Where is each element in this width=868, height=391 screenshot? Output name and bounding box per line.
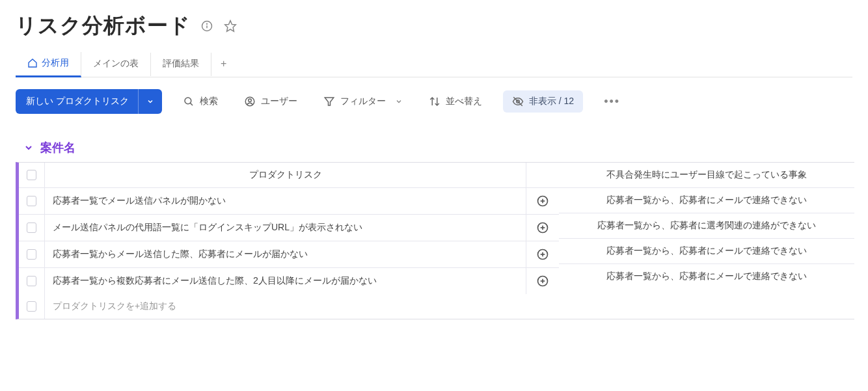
- toolbar: 新しい プロダクトリスク 検索 ユーザー フィルター: [16, 89, 852, 114]
- column-header-risk[interactable]: プロダクトリスク: [45, 163, 526, 187]
- svg-point-2: [207, 23, 208, 24]
- phenomenon-cell[interactable]: 応募者一覧から、応募者にメールで連絡できない: [559, 239, 854, 263]
- tab-label: メインの表: [93, 58, 139, 70]
- svg-point-7: [249, 99, 252, 102]
- sort-icon: [429, 96, 441, 107]
- phenomenon-cell[interactable]: 応募者一覧から、応募者にメールで連絡できない: [559, 264, 854, 289]
- risk-table: プロダクトリスク 応募者一覧でメール送信パネルが開かないメール送信パネルの代用語…: [16, 162, 852, 319]
- sort-label: 並べ替え: [446, 96, 482, 107]
- phenomenon-cell[interactable]: 応募者一覧から、応募者にメールで連絡できない: [559, 188, 854, 213]
- expand-row-button[interactable]: [526, 215, 559, 241]
- row-checkbox[interactable]: [19, 241, 45, 267]
- chevron-down-icon: [146, 98, 154, 105]
- info-icon[interactable]: [200, 19, 214, 33]
- phenomenon-cell[interactable]: 応募者一覧から、応募者に選考関連の連絡ができない: [559, 213, 854, 238]
- star-icon[interactable]: [223, 19, 237, 33]
- chevron-down-icon: [395, 98, 403, 105]
- page-title: リスク分析ボード: [16, 12, 191, 40]
- tab-label: 評価結果: [163, 58, 199, 70]
- eye-off-icon: [512, 96, 524, 107]
- column-header-phenomenon[interactable]: 不具合発生時にユーザー目線で起こっている事象: [559, 163, 854, 187]
- tab-evaluation[interactable]: 評価結果: [151, 53, 211, 76]
- risk-cell[interactable]: メール送信パネルの代用語一覧に「ログインスキップURL」が表示されない: [45, 215, 526, 241]
- tab-label: 分析用: [42, 57, 69, 69]
- select-all-checkbox[interactable]: [19, 163, 45, 187]
- row-checkbox[interactable]: [19, 268, 45, 294]
- more-options-button[interactable]: •••: [599, 92, 625, 111]
- svg-point-4: [185, 98, 191, 104]
- filter-button[interactable]: フィルター: [318, 92, 408, 111]
- button-label: 新しい プロダクトリスク: [26, 96, 129, 107]
- svg-marker-8: [325, 98, 334, 105]
- user-label: ユーザー: [261, 96, 297, 107]
- risk-cell[interactable]: 応募者一覧でメール送信パネルが開かない: [45, 188, 526, 214]
- group-header[interactable]: 案件名: [23, 140, 852, 155]
- new-product-risk-button[interactable]: 新しい プロダクトリスク: [16, 89, 162, 114]
- empty-cell: [559, 289, 854, 316]
- search-label: 検索: [200, 96, 218, 107]
- new-product-risk-dropdown[interactable]: [138, 89, 162, 114]
- group-title: 案件名: [40, 140, 75, 155]
- user-filter-button[interactable]: ユーザー: [239, 92, 303, 111]
- chevron-down-icon: [23, 142, 34, 153]
- user-icon: [244, 96, 256, 107]
- svg-line-5: [190, 103, 193, 105]
- filter-label: フィルター: [340, 96, 386, 107]
- risk-cell[interactable]: 応募者一覧から複数応募者にメール送信した際、2人目以降にメールが届かない: [45, 268, 526, 294]
- svg-marker-3: [225, 21, 236, 32]
- add-tab-button[interactable]: +: [211, 53, 236, 76]
- search-button[interactable]: 検索: [178, 92, 223, 111]
- row-checkbox[interactable]: [19, 294, 45, 319]
- row-checkbox[interactable]: [19, 215, 45, 241]
- expand-row-button[interactable]: [526, 241, 559, 267]
- hidden-columns-button[interactable]: 非表示 / 12: [503, 90, 583, 113]
- expand-row-button[interactable]: [526, 268, 559, 294]
- home-icon: [27, 58, 38, 68]
- add-risk-row[interactable]: プロダクトリスクを+追加する: [45, 294, 559, 319]
- tab-analysis[interactable]: 分析用: [16, 52, 81, 77]
- risk-cell[interactable]: 応募者一覧からメール送信した際、応募者にメールが届かない: [45, 241, 526, 267]
- hidden-label: 非表示 / 12: [529, 96, 574, 107]
- tab-main-table[interactable]: メインの表: [81, 53, 151, 76]
- search-icon: [183, 96, 195, 107]
- column-header-expand: [526, 163, 559, 187]
- sort-button[interactable]: 並べ替え: [424, 92, 487, 111]
- row-checkbox[interactable]: [19, 188, 45, 214]
- expand-row-button[interactable]: [526, 188, 559, 214]
- filter-icon: [323, 96, 335, 107]
- tabs: 分析用 メインの表 評価結果 +: [16, 52, 852, 77]
